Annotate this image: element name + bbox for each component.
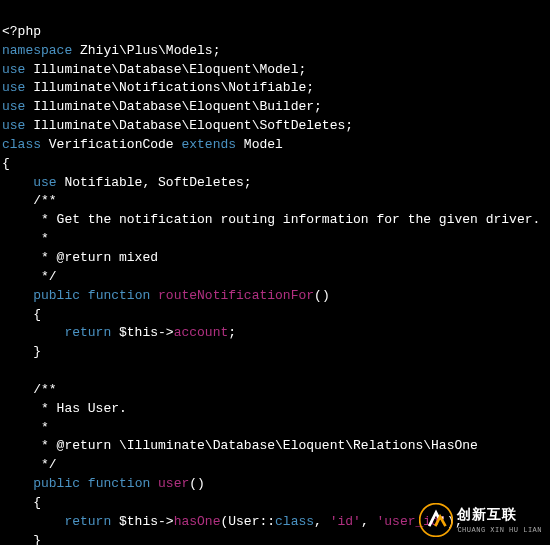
kw-class-const: class: [275, 514, 314, 529]
docblock-line: * @return \Illuminate\Database\Eloquent\…: [2, 438, 478, 453]
use-path: Illuminate\Database\Eloquent\Builder;: [25, 99, 321, 114]
brace-open: {: [2, 156, 10, 171]
kw-return: return: [2, 325, 111, 340]
php-open-tag: <?php: [2, 24, 41, 39]
ns-path: Zhiyi\Plus\Models;: [72, 43, 220, 58]
kw-function: function: [88, 288, 158, 303]
kw-extends: extends: [181, 137, 236, 152]
logo-icon: [419, 503, 453, 537]
use-path: Illuminate\Database\Eloquent\SoftDeletes…: [25, 118, 353, 133]
logo-text: 创新互联 CHUANG XIN HU LIAN: [457, 505, 542, 535]
docblock-line: * Get the notification routing informati…: [2, 212, 540, 227]
prop-account: account: [174, 325, 229, 340]
brace-close: }: [2, 533, 41, 545]
parens: (): [314, 288, 330, 303]
docblock-line: *: [2, 231, 49, 246]
kw-function: function: [88, 476, 158, 491]
docblock-line: *: [2, 420, 49, 435]
watermark-logo: 创新互联 CHUANG XIN HU LIAN: [419, 503, 542, 537]
string-id: 'id': [330, 514, 361, 529]
kw-public: public: [2, 288, 88, 303]
func-name: routeNotificationFor: [158, 288, 314, 303]
docblock-close: */: [2, 269, 57, 284]
comma: ,: [361, 514, 377, 529]
extends-name: Model: [236, 137, 283, 152]
func-name: user: [158, 476, 189, 491]
docblock-open: /**: [2, 193, 57, 208]
kw-public: public: [2, 476, 88, 491]
kw-use: use: [2, 80, 25, 95]
logo-text-cn: 创新互联: [457, 505, 542, 525]
docblock-close: */: [2, 457, 57, 472]
comma: ,: [314, 514, 330, 529]
svg-point-0: [420, 504, 453, 537]
method-hasone: hasOne: [174, 514, 221, 529]
kw-namespace: namespace: [2, 43, 72, 58]
parens: (): [189, 476, 205, 491]
kw-use: use: [2, 62, 25, 77]
this-arrow: $this->: [111, 325, 173, 340]
kw-use: use: [2, 99, 25, 114]
logo-text-en: CHUANG XIN HU LIAN: [457, 525, 542, 535]
trait-list: Notifiable, SoftDeletes;: [57, 175, 252, 190]
semicolon: ;: [228, 325, 236, 340]
use-path: Illuminate\Notifications\Notifiable;: [25, 80, 314, 95]
brace-open: {: [2, 495, 41, 510]
arg-open: (User::: [220, 514, 275, 529]
kw-return: return: [2, 514, 111, 529]
brace-close: }: [2, 344, 41, 359]
kw-use: use: [2, 118, 25, 133]
class-name: VerificationCode: [41, 137, 181, 152]
brace-open: {: [2, 307, 41, 322]
docblock-line: * @return mixed: [2, 250, 158, 265]
use-path: Illuminate\Database\Eloquent\Model;: [25, 62, 306, 77]
code-block: <?php namespace Zhiyi\Plus\Models; use I…: [0, 0, 550, 545]
docblock-open: /**: [2, 382, 57, 397]
docblock-line: * Has User.: [2, 401, 127, 416]
kw-use-trait: use: [2, 175, 57, 190]
kw-class: class: [2, 137, 41, 152]
this-arrow: $this->: [111, 514, 173, 529]
